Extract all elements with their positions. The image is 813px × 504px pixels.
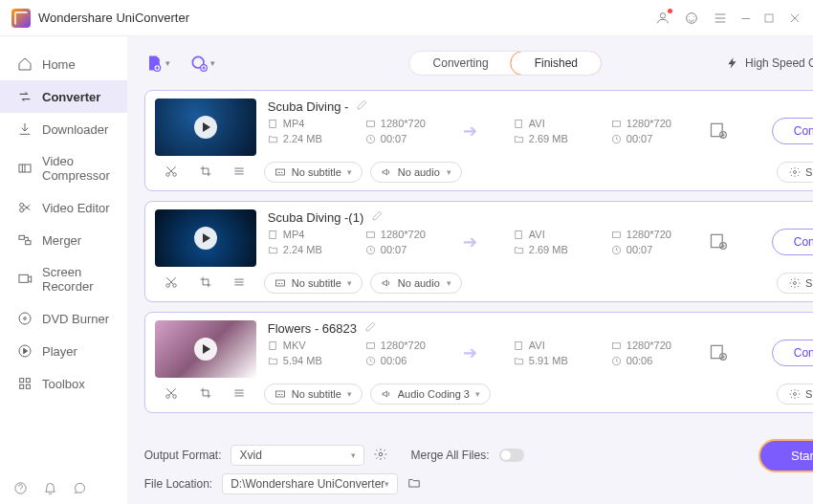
edit-title-icon[interactable] xyxy=(364,320,377,336)
settings-button[interactable]: Settings xyxy=(777,273,813,294)
edit-title-icon[interactable] xyxy=(371,209,384,225)
dst-format: AVI xyxy=(514,340,575,351)
file-title: Flowers - 66823 xyxy=(268,321,357,336)
crop-icon[interactable] xyxy=(199,275,212,292)
subtitle-select[interactable]: No subtitle▾ xyxy=(264,162,363,183)
nav-label: Toolbox xyxy=(42,377,85,391)
dst-size: 2.69 MB xyxy=(514,244,575,255)
app-logo xyxy=(11,9,31,28)
support-icon[interactable] xyxy=(684,11,699,26)
output-preset-icon[interactable] xyxy=(709,231,728,253)
convert-button[interactable]: Convert xyxy=(772,340,813,366)
svg-rect-35 xyxy=(516,230,521,238)
svg-rect-14 xyxy=(20,384,24,388)
src-resolution: 1280*720 xyxy=(365,229,427,240)
file-card: Scuba Diving -(1) MP4 2.24 MB 1280*720 0… xyxy=(144,201,813,302)
close-icon[interactable] xyxy=(788,11,802,25)
svg-rect-8 xyxy=(19,274,28,282)
file-location-select[interactable]: D:\Wondershare UniConverter▾ xyxy=(222,473,398,494)
subtitle-select[interactable]: No subtitle▾ xyxy=(264,273,363,294)
arrow-icon: ➔ xyxy=(463,231,477,252)
minimize-icon[interactable]: ─ xyxy=(741,11,750,25)
sidebar-item-compressor[interactable]: Video Compressor xyxy=(0,145,127,191)
sidebar-item-dvd[interactable]: DVD Burner xyxy=(0,302,127,335)
output-format-select[interactable]: Xvid▾ xyxy=(231,445,364,466)
maximize-icon[interactable] xyxy=(763,12,775,24)
settings-button[interactable]: Settings xyxy=(777,162,813,183)
audio-select[interactable]: No audio▾ xyxy=(370,162,462,183)
video-thumbnail[interactable] xyxy=(155,99,256,156)
video-thumbnail[interactable] xyxy=(155,320,256,378)
feedback-icon[interactable] xyxy=(73,481,87,498)
dst-resolution: 1280*720 xyxy=(611,118,672,129)
account-icon[interactable] xyxy=(655,11,670,26)
svg-rect-47 xyxy=(516,341,521,349)
sidebar: Home Converter Downloader Video Compress… xyxy=(0,36,127,504)
svg-point-55 xyxy=(794,393,797,396)
sidebar-item-home[interactable]: Home xyxy=(0,48,127,80)
output-preset-icon[interactable] xyxy=(709,342,728,364)
speed-label: High Speed Conversion xyxy=(745,56,813,70)
merge-label: Merge All Files: xyxy=(410,449,489,462)
svg-point-5 xyxy=(20,208,24,212)
file-card: Flowers - 66823 MKV 5.94 MB 1280*720 00:… xyxy=(144,312,813,413)
effects-icon[interactable] xyxy=(232,386,246,403)
dst-resolution: 1280*720 xyxy=(611,340,672,351)
src-duration: 00:07 xyxy=(365,244,427,255)
dst-duration: 00:06 xyxy=(611,355,672,366)
src-size: 2.24 MB xyxy=(268,133,329,144)
cut-icon[interactable] xyxy=(165,275,178,292)
effects-icon[interactable] xyxy=(232,164,246,181)
menu-icon[interactable] xyxy=(713,11,728,26)
audio-select[interactable]: Audio Coding 3▾ xyxy=(370,383,491,405)
file-location-label: File Location: xyxy=(144,477,212,491)
sidebar-item-toolbox[interactable]: Toolbox xyxy=(0,367,127,400)
crop-icon[interactable] xyxy=(199,164,212,181)
sidebar-item-downloader[interactable]: Downloader xyxy=(0,113,127,145)
sidebar-item-player[interactable]: Player xyxy=(0,335,127,367)
help-icon[interactable] xyxy=(13,481,28,498)
svg-point-31 xyxy=(794,171,797,174)
add-file-button[interactable]: ▾ xyxy=(144,54,170,73)
output-preset-icon[interactable] xyxy=(709,121,728,142)
nav-label: Screen Recorder xyxy=(42,265,110,294)
effects-icon[interactable] xyxy=(232,275,246,292)
svg-rect-24 xyxy=(612,121,620,126)
svg-point-10 xyxy=(24,318,27,320)
sidebar-item-merger[interactable]: Merger xyxy=(0,224,127,256)
dst-format: AVI xyxy=(514,118,575,129)
audio-select[interactable]: No audio▾ xyxy=(370,273,462,294)
svg-rect-23 xyxy=(516,120,521,127)
video-thumbnail[interactable] xyxy=(155,209,256,267)
sidebar-item-converter[interactable]: Converter xyxy=(0,80,127,113)
svg-point-9 xyxy=(19,313,31,324)
output-settings-icon[interactable] xyxy=(374,448,387,464)
add-url-button[interactable]: ▾ xyxy=(189,54,215,73)
notifications-icon[interactable] xyxy=(43,481,57,498)
cut-icon[interactable] xyxy=(165,164,178,181)
nav-label: Video Compressor xyxy=(42,154,110,183)
start-all-button[interactable]: Start All xyxy=(758,439,813,472)
sidebar-item-editor[interactable]: Video Editor xyxy=(0,191,127,224)
subtitle-select[interactable]: No subtitle▾ xyxy=(264,383,363,405)
settings-button[interactable]: Settings xyxy=(777,383,813,405)
src-resolution: 1280*720 xyxy=(365,118,427,129)
dst-duration: 00:07 xyxy=(611,244,672,255)
sidebar-item-recorder[interactable]: Screen Recorder xyxy=(0,256,127,302)
merge-toggle[interactable] xyxy=(499,449,524,462)
tab-converting[interactable]: Converting xyxy=(410,52,512,75)
nav-label: Home xyxy=(42,57,76,72)
svg-rect-44 xyxy=(270,341,275,349)
crop-icon[interactable] xyxy=(199,386,212,403)
src-format: MP4 xyxy=(268,118,329,129)
open-folder-icon[interactable] xyxy=(407,476,421,493)
convert-button[interactable]: Convert xyxy=(772,229,813,255)
svg-rect-21 xyxy=(366,121,374,126)
convert-button[interactable]: Convert xyxy=(772,118,813,144)
file-card: ✕ Scuba Diving - MP4 2.24 MB 1280*720 00… xyxy=(144,90,813,191)
src-resolution: 1280*720 xyxy=(365,340,427,351)
cut-icon[interactable] xyxy=(165,386,178,403)
high-speed-toggle[interactable]: High Speed Conversion xyxy=(726,56,813,70)
tab-finished[interactable]: Finished xyxy=(511,51,602,76)
edit-title-icon[interactable] xyxy=(356,99,368,114)
